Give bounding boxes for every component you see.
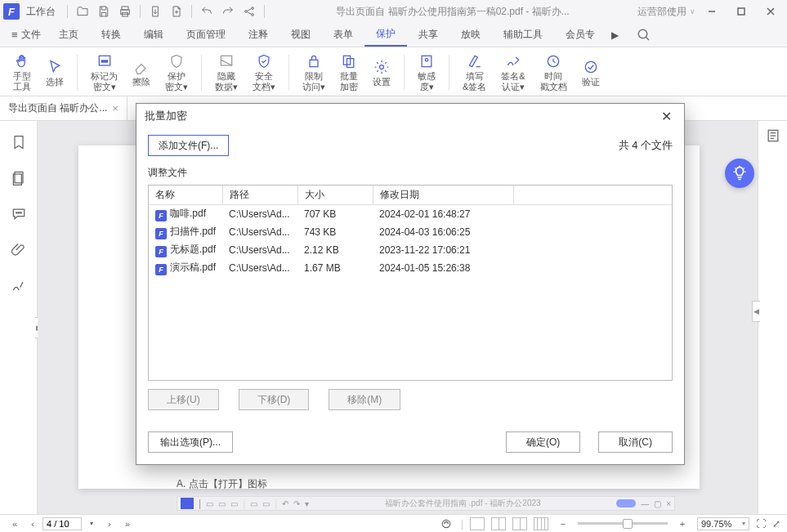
move-up-button[interactable]: 上移(U) (148, 389, 219, 410)
cancel-button[interactable]: 取消(C) (598, 431, 673, 453)
table-row[interactable]: F无标题.pdfC:\Users\Ad...2.12 KB2023-11-22 … (149, 241, 672, 259)
table-row[interactable]: F咖啡.pdfC:\Users\Ad...707 KB2024-02-01 16… (149, 205, 672, 224)
col-date[interactable]: 修改日期 (373, 186, 513, 205)
file-count-label: 共 4 个文件 (619, 138, 673, 153)
adjust-files-label: 调整文件 (148, 166, 673, 180)
batch-encrypt-dialog: 批量加密 ✕ 添加文件(F)... 共 4 个文件 调整文件 名称 路径 (136, 103, 685, 465)
dialog-close-button[interactable]: ✕ (656, 106, 676, 126)
col-path[interactable]: 路径 (222, 186, 297, 205)
remove-button[interactable]: 移除(M) (329, 389, 400, 410)
files-table[interactable]: 名称 路径 大小 修改日期 F咖啡.pdfC:\Users\Ad...707 K… (148, 185, 673, 381)
add-files-button[interactable]: 添加文件(F)... (148, 135, 229, 156)
col-name[interactable]: 名称 (149, 186, 222, 205)
move-down-button[interactable]: 下移(D) (239, 389, 310, 410)
modal-overlay: 批量加密 ✕ 添加文件(F)... 共 4 个文件 调整文件 名称 路径 (0, 0, 787, 532)
col-size[interactable]: 大小 (297, 186, 373, 205)
output-options-button[interactable]: 输出选项(P)... (148, 431, 233, 453)
table-row[interactable]: F扫描件.pdfC:\Users\Ad...743 KB2024-04-03 1… (149, 223, 672, 241)
dialog-title: 批量加密 (145, 109, 187, 123)
table-row[interactable]: F演示稿.pdfC:\Users\Ad...1.67 MB2024-01-05 … (149, 259, 672, 277)
ok-button[interactable]: 确定(O) (506, 431, 580, 453)
